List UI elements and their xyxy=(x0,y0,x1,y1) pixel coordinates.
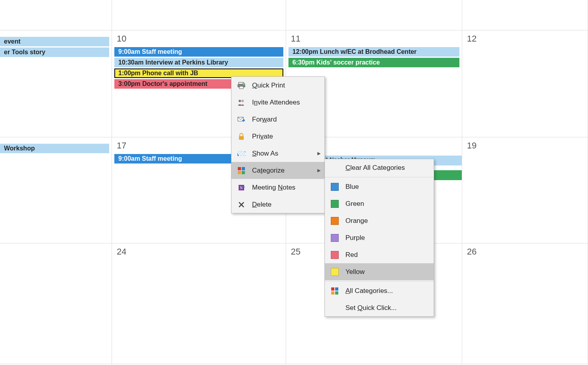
calendar-event[interactable] xyxy=(434,170,462,180)
calendar-event[interactable]: er Tools story xyxy=(0,48,109,57)
menu-delete[interactable]: Delete xyxy=(231,196,324,213)
day-number: 12 xyxy=(465,32,585,47)
calendar-event[interactable]: 9:00am Staff meeting xyxy=(114,47,283,57)
printer-icon xyxy=(236,82,247,89)
calendar-event[interactable]: 10:30am Interview at Perkins Library xyxy=(114,58,283,67)
menu-label: Purple xyxy=(340,234,430,242)
day-cell[interactable] xyxy=(462,0,588,30)
onenote-icon: N xyxy=(236,184,247,191)
color-swatch-blue xyxy=(330,183,340,191)
menu-show-as[interactable]: Show As ▶ xyxy=(231,145,324,162)
menu-categorize[interactable]: Categorize ▶ xyxy=(231,162,324,179)
svg-rect-17 xyxy=(335,287,338,291)
menu-label: Categorize xyxy=(247,167,317,175)
color-swatch-red xyxy=(330,251,340,259)
svg-text:N: N xyxy=(240,186,243,190)
menu-set-quick-click[interactable]: Set Quick Click... xyxy=(325,299,434,316)
day-number: 24 xyxy=(114,245,283,260)
menu-category-green[interactable]: Green xyxy=(325,195,434,212)
svg-rect-11 xyxy=(242,167,245,170)
menu-label: Meeting Notes xyxy=(247,184,321,192)
day-cell[interactable]: 19 xyxy=(462,137,588,243)
menu-invite-attendees[interactable]: Invite Attendees xyxy=(231,94,324,111)
day-number xyxy=(2,32,109,37)
day-number: 19 xyxy=(465,139,585,154)
day-cell[interactable] xyxy=(112,0,286,30)
menu-label: Delete xyxy=(247,201,321,209)
svg-point-4 xyxy=(239,100,241,102)
menu-label: All Categories... xyxy=(340,287,430,295)
menu-label: Forward xyxy=(247,116,321,124)
context-menu: Quick Print Invite Attendees Forward Pri… xyxy=(231,76,325,213)
color-swatch-green xyxy=(330,200,340,208)
menu-private[interactable]: Private xyxy=(231,128,324,145)
day-cell[interactable]: 12 xyxy=(462,30,588,137)
svg-rect-12 xyxy=(238,171,241,174)
color-swatch-yellow xyxy=(330,268,340,276)
calendar-event[interactable]: Workshop xyxy=(0,144,109,153)
menu-label: Quick Print xyxy=(247,82,321,89)
categorize-submenu: Clear All Categories Blue Green Orange P… xyxy=(324,159,434,317)
day-cell[interactable] xyxy=(0,243,112,364)
menu-label: Clear All Categories xyxy=(340,164,430,172)
svg-rect-6 xyxy=(238,105,244,106)
color-swatch-orange xyxy=(330,217,340,225)
menu-label: Blue xyxy=(340,183,430,191)
delete-icon xyxy=(236,202,247,208)
menu-label: Set Quick Click... xyxy=(340,304,430,312)
svg-rect-8 xyxy=(239,136,244,140)
menu-category-blue[interactable]: Blue xyxy=(325,178,434,195)
menu-all-categories[interactable]: All Categories... xyxy=(325,282,434,299)
day-number: 26 xyxy=(465,245,585,260)
menu-category-orange[interactable]: Orange xyxy=(325,212,434,229)
menu-separator xyxy=(325,281,434,281)
day-cell[interactable]: event er Tools story xyxy=(0,30,112,137)
calendar-event[interactable]: 12:00pm Lunch w/EC at Brodhead Center xyxy=(288,47,459,57)
svg-rect-10 xyxy=(238,167,241,170)
svg-rect-2 xyxy=(239,86,243,89)
menu-category-red[interactable]: Red xyxy=(325,246,434,263)
menu-label: Invite Attendees xyxy=(247,99,321,106)
menu-forward[interactable]: Forward xyxy=(231,111,324,128)
day-number: 11 xyxy=(288,32,459,47)
svg-rect-19 xyxy=(335,291,338,295)
menu-meeting-notes[interactable]: N Meeting Notes xyxy=(231,179,324,196)
day-cell[interactable]: 24 xyxy=(112,243,286,364)
menu-separator xyxy=(325,177,434,177)
menu-category-yellow[interactable]: Yellow xyxy=(325,263,434,280)
svg-rect-18 xyxy=(331,291,334,295)
categorize-icon xyxy=(330,287,340,295)
calendar-event[interactable]: event xyxy=(0,37,109,46)
svg-rect-16 xyxy=(331,287,334,291)
lock-icon xyxy=(236,133,247,140)
showas-icon xyxy=(236,150,247,157)
day-cell[interactable]: 26 xyxy=(462,243,588,364)
menu-label: Yellow xyxy=(340,268,430,276)
day-number xyxy=(2,139,109,144)
attendees-icon xyxy=(236,99,247,106)
calendar-event[interactable]: 6:30pm Kids' soccer practice xyxy=(288,58,459,67)
menu-label: Orange xyxy=(340,217,430,225)
menu-quick-print[interactable]: Quick Print xyxy=(231,77,324,94)
menu-label: Show As xyxy=(247,150,317,158)
menu-category-purple[interactable]: Purple xyxy=(325,229,434,246)
day-cell[interactable] xyxy=(0,0,112,30)
menu-label: Red xyxy=(340,251,430,259)
chevron-right-icon: ▶ xyxy=(317,168,321,173)
menu-clear-categories[interactable]: Clear All Categories xyxy=(325,159,434,176)
svg-point-5 xyxy=(241,100,244,102)
day-cell[interactable] xyxy=(286,0,462,30)
forward-icon xyxy=(236,116,247,123)
chevron-right-icon: ▶ xyxy=(317,151,321,156)
day-number: 10 xyxy=(114,32,283,47)
menu-label: Private xyxy=(247,133,321,141)
day-cell[interactable]: Workshop xyxy=(0,137,112,243)
color-swatch-purple xyxy=(330,234,340,242)
menu-label: Green xyxy=(340,200,430,208)
categorize-icon xyxy=(236,167,247,174)
svg-rect-13 xyxy=(242,171,245,174)
